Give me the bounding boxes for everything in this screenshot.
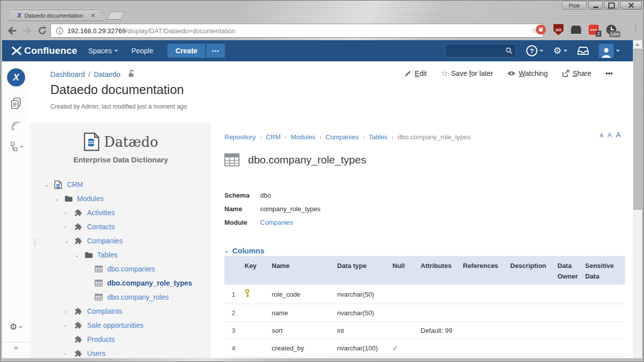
- restrictions-button[interactable]: [128, 69, 135, 79]
- content-breadcrumb-companies[interactable]: Companies: [326, 133, 359, 141]
- data-type-cell: nvarchar(50): [335, 304, 390, 322]
- table-row: 3sortintDefault: 99: [224, 322, 625, 339]
- font-size-medium-button[interactable]: A: [607, 131, 612, 139]
- create-button[interactable]: Create: [168, 44, 206, 58]
- tree-item-dbo-company-roles[interactable]: dbo.company_roles: [30, 290, 211, 304]
- edit-button[interactable]: Edit: [405, 69, 427, 77]
- space-tools-button[interactable]: ⚙: [2, 322, 30, 332]
- breadcrumb-link-dashboard[interactable]: Dashboard: [50, 70, 85, 78]
- table-row: 4created_bynvarchar(100)✓: [224, 339, 625, 357]
- content-breadcrumb-repository[interactable]: Repository: [224, 133, 256, 141]
- blog-nav-button[interactable]: [2, 121, 30, 132]
- tree-item-complaints[interactable]: ›Complaints: [30, 304, 211, 318]
- rail-divider: [2, 342, 30, 342]
- tree-item-tables[interactable]: ⌄Tables: [30, 248, 211, 262]
- font-size-large-button[interactable]: A: [616, 130, 621, 139]
- new-tab-button[interactable]: [107, 12, 125, 20]
- table-row: 1role_codenvarchar(50): [224, 285, 625, 304]
- tree-chevron-icon[interactable]: ⌄: [54, 196, 64, 202]
- meta-value-link[interactable]: Companies: [260, 219, 293, 226]
- tree-chevron-icon[interactable]: ›: [64, 308, 74, 314]
- tree-chevron-icon[interactable]: ›: [64, 210, 74, 216]
- minimize-button[interactable]: [588, 1, 603, 10]
- extension-ublock-button[interactable]: UO: [553, 24, 564, 35]
- tree-item-dbo-company-role-types[interactable]: dbo.company_role_types: [30, 276, 211, 290]
- tree-item-activities[interactable]: ›Activities: [30, 206, 211, 220]
- extension-clock-button[interactable]: 14m: [606, 24, 617, 35]
- chevron-down-icon: [564, 50, 568, 52]
- hierarchy-nav-button[interactable]: [2, 142, 30, 152]
- extension-dots-button[interactable]: ••• 2: [588, 24, 599, 35]
- help-menu-button[interactable]: ?: [526, 45, 543, 56]
- tree-chevron-icon[interactable]: ›: [64, 350, 74, 356]
- tree-item-modules[interactable]: ⌄Modules: [30, 192, 211, 206]
- page-info-icon[interactable]: [56, 27, 63, 35]
- confluence-logo[interactable]: Confluence: [11, 45, 77, 56]
- content-breadcrumb-tables[interactable]: Tables: [369, 133, 388, 141]
- data-type-cell: int: [335, 322, 390, 339]
- chrome-menu-button[interactable]: ⋮: [632, 26, 635, 29]
- tree-item-dbo-companies[interactable]: dbo.companies: [30, 262, 211, 276]
- data-owner-cell: [555, 322, 583, 339]
- tree-item-products[interactable]: Products: [30, 332, 211, 346]
- tree-item-label: Contacts: [87, 223, 115, 231]
- for-later-button[interactable]: ☆Save for later: [441, 68, 493, 78]
- tree-item-sale-opportunities[interactable]: ›Sale opportunities: [30, 318, 211, 332]
- tree-item-users[interactable]: ›Users: [30, 346, 211, 358]
- tree-chevron-icon[interactable]: ›: [64, 322, 74, 328]
- dataedo-doc-icon: [84, 132, 100, 151]
- watching-button[interactable]: Watching: [507, 69, 548, 77]
- scroll-up-button[interactable]: [633, 40, 642, 48]
- extension-plug-button[interactable]: [535, 24, 546, 35]
- search-input[interactable]: [445, 44, 516, 57]
- extension-inbox-button[interactable]: [571, 24, 582, 35]
- breadcrumb-link-dataedo[interactable]: Dataedo: [94, 70, 120, 78]
- nav-item-spaces[interactable]: Spaces: [88, 47, 118, 55]
- nav-item-people[interactable]: People: [131, 47, 153, 55]
- share-button[interactable]: Share: [562, 69, 591, 77]
- action-label: Edit: [415, 69, 427, 77]
- url-bar[interactable]: 192.168.0.29:32769/display/DAT/Dataedo+d…: [50, 24, 543, 38]
- expand-sidebar-button[interactable]: »: [2, 343, 30, 351]
- create-more-button[interactable]: •••: [206, 44, 225, 58]
- close-button[interactable]: [620, 1, 642, 10]
- object-tree: ⌄CRM⌄Modules›Activities›Contacts⌄Compani…: [30, 177, 211, 358]
- sidebar-resize-grip[interactable]: ⋮: [31, 240, 39, 244]
- tree-item-contacts[interactable]: ›Contacts: [30, 220, 211, 234]
- tab-close-icon[interactable]: ✕: [91, 13, 96, 18]
- tree-item-crm[interactable]: ⌄CRM: [30, 177, 211, 192]
- notifications-button[interactable]: [578, 46, 589, 55]
- tree-chevron-icon[interactable]: ⌄: [64, 238, 74, 244]
- browser-profile-button[interactable]: Piotr: [562, 1, 587, 10]
- tree-chevron-icon[interactable]: ›: [64, 224, 74, 230]
- font-size-small-button[interactable]: A: [600, 132, 603, 138]
- inbox-tray-icon: [571, 26, 581, 34]
- column-header: Key: [243, 256, 270, 285]
- key-cell: [243, 304, 270, 322]
- key-cell: [243, 322, 270, 339]
- refresh-button[interactable]: [36, 25, 48, 37]
- user-menu-button[interactable]: [599, 44, 620, 58]
- vertical-scrollbar[interactable]: [633, 40, 642, 358]
- null-cell: [390, 285, 419, 304]
- pages-nav-button[interactable]: [2, 98, 30, 110]
- columns-heading: Columns: [232, 246, 264, 255]
- tree-chevron-icon[interactable]: ⌄: [74, 252, 85, 258]
- tree-chevron-icon[interactable]: ⌄: [44, 182, 54, 188]
- more-actions-button[interactable]: •••: [605, 69, 613, 77]
- content-breadcrumb-crm[interactable]: CRM: [266, 133, 281, 141]
- maximize-button[interactable]: [604, 1, 619, 10]
- puzzle-icon: [74, 223, 83, 231]
- settings-menu-button[interactable]: ⚙: [553, 46, 568, 55]
- back-button[interactable]: [6, 25, 18, 37]
- tree-item-companies[interactable]: ⌄Companies: [30, 234, 211, 248]
- scrollbar-thumb[interactable]: [633, 49, 642, 210]
- forward-button[interactable]: [21, 25, 33, 37]
- search-icon[interactable]: [506, 47, 513, 54]
- space-logo[interactable]: X: [7, 68, 25, 86]
- tree-item-label: Activities: [87, 209, 115, 217]
- content-breadcrumb-modules[interactable]: Modules: [291, 133, 315, 141]
- column-header: [224, 256, 243, 285]
- browser-tab[interactable]: X Dataedo documentation ✕: [7, 10, 104, 21]
- columns-section-toggle[interactable]: ⌄ Columns: [224, 246, 265, 255]
